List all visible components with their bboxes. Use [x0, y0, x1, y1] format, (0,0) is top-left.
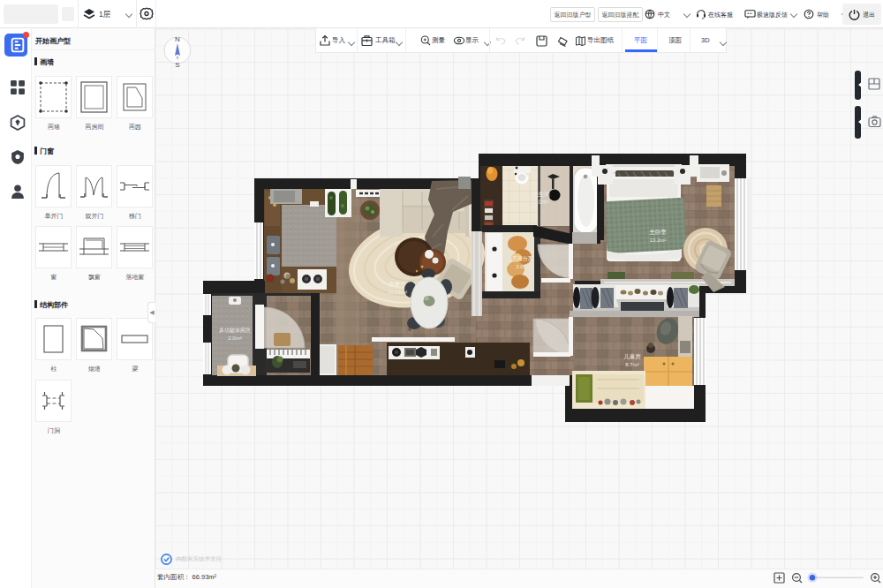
svg-text:13.2m²: 13.2m²: [650, 237, 667, 243]
svg-text:S: S: [175, 61, 179, 69]
svg-text:卫生间: 卫生间: [532, 191, 550, 198]
svg-text:3.0m²: 3.0m²: [516, 264, 529, 269]
svg-text:8.7m²: 8.7m²: [625, 362, 638, 367]
svg-text:多功能休闲区: 多功能休闲区: [219, 327, 251, 334]
svg-text:5.0m²: 5.0m²: [534, 199, 549, 205]
svg-text:主卧室: 主卧室: [649, 229, 667, 235]
svg-text:干湿分离: 干湿分离: [511, 255, 533, 261]
svg-text:33.56m²: 33.56m²: [388, 290, 407, 295]
svg-text:客餐厅: 客餐厅: [389, 281, 406, 288]
svg-text:2.0m²: 2.0m²: [228, 335, 241, 341]
svg-text:儿童房: 儿童房: [623, 353, 641, 359]
svg-text:N: N: [175, 35, 180, 43]
